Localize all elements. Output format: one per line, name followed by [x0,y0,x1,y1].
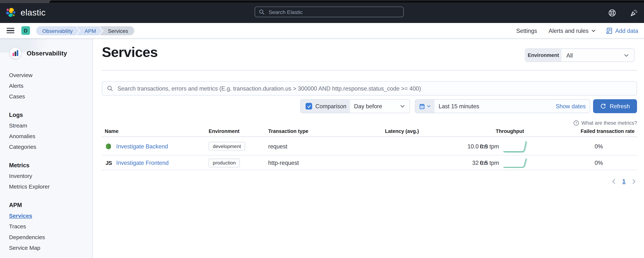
alerts-and-rules-label: Alerts and rules [549,27,589,34]
add-data-icon [606,27,613,34]
add-data-label: Add data [615,27,638,34]
breadcrumb-services: Services [100,26,134,35]
sidebar-item-service-map[interactable]: Service Map [9,242,89,253]
kql-search-bar[interactable] [102,81,637,96]
failed-rate-value: 0% [570,137,603,155]
throughput-value: 0.9 tpm [458,137,499,155]
svg-text:?: ? [575,121,577,125]
services-table-header: Name Environment Transaction type Latenc… [102,128,637,137]
environment-badge: production [209,155,240,170]
comparison-select-value: Day before [354,103,382,109]
refresh-icon [600,103,606,109]
logo-text: elastic [20,8,46,17]
help-life-buoy-icon[interactable] [606,7,618,19]
observability-solution-icon [10,48,21,59]
column-header-throughput[interactable]: Throughput [496,128,524,134]
main-content: Services Environment All [93,38,644,258]
sidebar-item-stream[interactable]: Stream [9,120,89,131]
time-range-picker: Last 15 minutes Show dates [415,99,590,113]
kql-search-input[interactable] [117,85,632,92]
sidebar-item-traces[interactable]: Traces [9,221,89,232]
browser-tab-edge [49,0,644,3]
comparison-select[interactable]: Day before [350,100,409,113]
environment-badge: development [209,137,245,155]
sidebar-heading-apm: APM [9,200,89,210]
sidebar: Observability Overview Alerts Cases Logs… [0,38,93,258]
global-header: elastic [0,3,644,23]
sidebar-item-cases[interactable]: Cases [9,91,89,102]
check-icon [307,104,311,109]
page-title: Services [102,44,158,60]
comparison-checkbox-group: Comparison [301,100,350,113]
metrics-help-link[interactable]: ? What are these metrics? [573,120,637,126]
comparison-control: Comparison Day before [300,99,410,113]
page-number[interactable]: 1 [622,178,626,184]
menu-hamburger-icon[interactable] [6,27,14,34]
search-icon [259,9,264,14]
alerts-and-rules-menu[interactable]: Alerts and rules [549,27,596,34]
sidebar-header[interactable]: Observability [10,48,67,59]
column-header-failed-transaction-rate[interactable]: Failed transaction rate [580,128,634,134]
chevron-down-icon [624,52,629,58]
column-header-environment[interactable]: Environment [209,128,240,134]
failed-rate-value: 0% [570,155,603,170]
sidebar-heading-metrics: Metrics [9,160,89,171]
transaction-type-value: http-request [268,155,299,170]
sidebar-item-anomalies[interactable]: Anomalies [9,131,89,141]
comparison-label: Comparison [316,103,346,109]
column-header-latency[interactable]: Latency (avg.) [385,128,419,134]
date-picker-quick-menu[interactable] [415,100,434,113]
nodejs-icon [106,137,111,155]
throughput-sparkline [503,137,530,155]
sidebar-item-dependencies[interactable]: Dependencies [9,232,89,242]
sidebar-item-services[interactable]: Services [9,210,89,221]
sidebar-heading-logs: Logs [9,109,89,120]
search-icon [107,86,113,91]
chevron-down-icon [427,104,431,108]
column-header-transaction-type[interactable]: Transaction type [268,128,308,134]
sidebar-item-alerts[interactable]: Alerts [9,80,89,91]
service-link[interactable]: Investigate Frontend [116,155,169,170]
column-header-name[interactable]: Name [105,128,118,134]
settings-link[interactable]: Settings [516,27,537,34]
javascript-icon: JS [106,155,112,170]
service-link[interactable]: Investigate Backend [116,137,168,155]
metrics-help-label: What are these metrics? [581,120,637,126]
sidebar-item-overview[interactable]: Overview [9,70,89,80]
pagination: 1 [612,178,636,184]
environment-filter: Environment All [525,48,634,62]
next-page-chevron-icon[interactable] [632,179,636,184]
sidebar-item-categories[interactable]: Categories [9,141,89,152]
throughput-sparkline [503,155,530,170]
chevron-down-icon [591,28,596,33]
elastic-logo-icon [6,7,17,18]
row-divider [102,170,637,170]
whats-new-party-popper-icon[interactable] [628,7,640,19]
chevron-down-icon [400,103,406,109]
previous-page-chevron-icon[interactable] [612,179,616,184]
transaction-type-value: request [268,137,288,155]
environment-filter-label: Environment [525,49,561,61]
global-search-input[interactable] [268,8,399,15]
breadcrumb-apm[interactable]: APM [76,26,102,35]
global-search-box[interactable] [255,6,404,17]
show-dates-link[interactable]: Show dates [556,103,586,109]
sidebar-item-inventory[interactable]: Inventory [9,171,89,181]
comparison-checkbox[interactable] [306,103,312,109]
table-row: JS Investigate Frontend production http-… [93,155,644,170]
environment-select-value: All [566,52,573,58]
space-avatar[interactable]: D [21,26,30,35]
throughput-value: 0.5 tpm [458,155,499,170]
add-data-button[interactable]: Add data [606,27,638,34]
refresh-label: Refresh [610,103,630,109]
table-row: Investigate Backend development request … [93,137,644,155]
calendar-icon [419,103,425,109]
elastic-logo[interactable]: elastic [6,7,46,18]
browser-frame-strip [0,0,644,3]
refresh-button[interactable]: Refresh [593,99,637,113]
sidebar-item-metrics-explorer[interactable]: Metrics Explorer [9,181,89,192]
environment-select[interactable]: All [562,49,634,61]
breadcrumb-observability[interactable]: Observability [36,26,79,35]
time-range-value[interactable]: Last 15 minutes [439,103,479,109]
breadcrumb: Observability APM Services [36,26,134,35]
